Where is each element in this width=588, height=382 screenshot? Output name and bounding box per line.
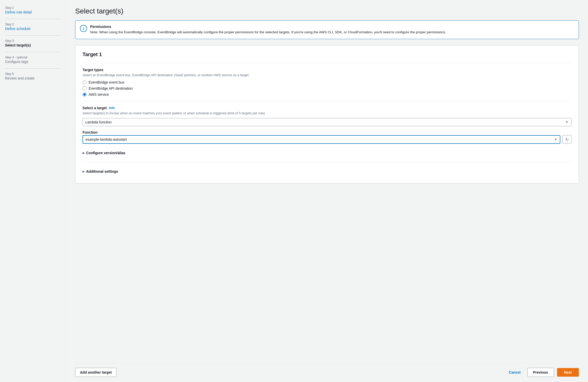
sidebar-item-step5: Review and create (5, 76, 61, 80)
step-3-item: Step 3 Select target(s) (5, 39, 61, 47)
step-1-label: Step 1 (5, 6, 61, 10)
function-dropdown-wrap: example-lambda-autostart ▼ (83, 135, 560, 144)
refresh-button[interactable]: ↻ (562, 135, 571, 144)
function-section: Function example-lambda-autostart ▼ ↻ (83, 130, 571, 144)
radio-input-eventbridge-event-bus[interactable] (83, 80, 87, 84)
card-divider-3 (83, 162, 571, 162)
divider-4 (5, 68, 61, 69)
cancel-button[interactable]: Cancel (505, 368, 524, 377)
configure-version-arrow: ▶ (83, 151, 85, 155)
target-card: Target 1 Target types Select an EventBri… (75, 45, 579, 183)
step-4-label: Step 4 - optional (5, 56, 61, 59)
divider-2 (5, 35, 61, 36)
target-dropdown-wrap: Lambda function SQS queue SNS topic Step… (83, 118, 571, 126)
additional-settings-expandable[interactable]: ▶ Additional settings (83, 167, 571, 176)
main-content: Select target(s) i Permissions Note: Whe… (66, 0, 588, 382)
previous-button[interactable]: Previous (527, 368, 554, 377)
sidebar-item-step2[interactable]: Define schedule (5, 27, 30, 31)
banner-content: Permissions Note: When using the EventBr… (90, 25, 446, 35)
banner-text: Note: When using the EventBridge console… (90, 30, 446, 35)
select-target-section: Select a target Info Select target(s) to… (83, 106, 571, 126)
target-types-label: Target types (83, 68, 571, 72)
function-row: example-lambda-autostart ▼ ↻ (83, 135, 571, 144)
radio-input-aws-service[interactable] (83, 92, 87, 97)
refresh-icon: ↻ (565, 137, 569, 142)
add-another-target-button[interactable]: Add another target (75, 368, 117, 377)
next-button[interactable]: Next (557, 368, 579, 377)
step-3-label: Step 3 (5, 39, 61, 43)
step-5-item: Step 5 Review and create (5, 72, 61, 80)
target-select[interactable]: Lambda function SQS queue SNS topic Step… (83, 118, 571, 126)
step-5-label: Step 5 (5, 72, 61, 76)
step-2-label: Step 2 (5, 23, 61, 26)
radio-label-eventbridge-api-destination: EventBridge API destination (89, 86, 133, 90)
additional-settings-arrow: ▶ (83, 170, 85, 173)
function-label: Function (83, 130, 571, 134)
sidebar-item-step1[interactable]: Define rule detail (5, 10, 32, 14)
step-2-item: Step 2 Define schedule (5, 23, 61, 31)
card-divider-2 (83, 101, 571, 101)
banner-title: Permissions (90, 25, 446, 29)
sidebar: Step 1 Define rule detail Step 2 Define … (0, 0, 66, 382)
bottom-bar: Add another target Cancel Previous Next (75, 363, 579, 382)
permissions-banner: i Permissions Note: When using the Event… (75, 20, 579, 39)
select-target-label-row: Select a target Info (83, 106, 571, 110)
page-title: Select target(s) (75, 7, 579, 15)
sidebar-item-step3: Select target(s) (5, 43, 61, 47)
configure-version-label: Configure version/alias (86, 151, 125, 155)
bottom-right-actions: Cancel Previous Next (505, 368, 579, 377)
radio-label-eventbridge-event-bus: EventBridge event bus (89, 80, 124, 84)
function-select[interactable]: example-lambda-autostart (83, 135, 560, 144)
additional-settings-label: Additional settings (86, 169, 118, 173)
target-types-desc: Select an EventBridge event bus, EventBr… (83, 73, 571, 78)
select-target-info-link[interactable]: Info (109, 106, 115, 110)
select-target-desc: Select target(s) to invoke when an event… (83, 111, 571, 116)
configure-version-expandable[interactable]: ▶ Configure version/alias (83, 148, 571, 157)
radio-eventbridge-event-bus[interactable]: EventBridge event bus (83, 80, 571, 84)
radio-aws-service[interactable]: AWS service (83, 92, 571, 97)
step-1-item: Step 1 Define rule detail (5, 6, 61, 14)
info-icon: i (80, 25, 87, 32)
radio-eventbridge-api-destination[interactable]: EventBridge API destination (83, 86, 571, 90)
divider-3 (5, 52, 61, 52)
target-types-section: Target types Select an EventBridge event… (83, 68, 571, 97)
target-card-title: Target 1 (83, 52, 571, 57)
select-target-label: Select a target (83, 106, 107, 110)
target-types-radio-group: EventBridge event bus EventBridge API de… (83, 80, 571, 97)
divider-1 (5, 19, 61, 19)
sidebar-item-step4: Configure tags (5, 60, 61, 64)
radio-label-aws-service: AWS service (89, 92, 109, 97)
step-4-item: Step 4 - optional Configure tags (5, 56, 61, 64)
card-divider-1 (83, 63, 571, 63)
radio-input-eventbridge-api-destination[interactable] (83, 86, 87, 90)
